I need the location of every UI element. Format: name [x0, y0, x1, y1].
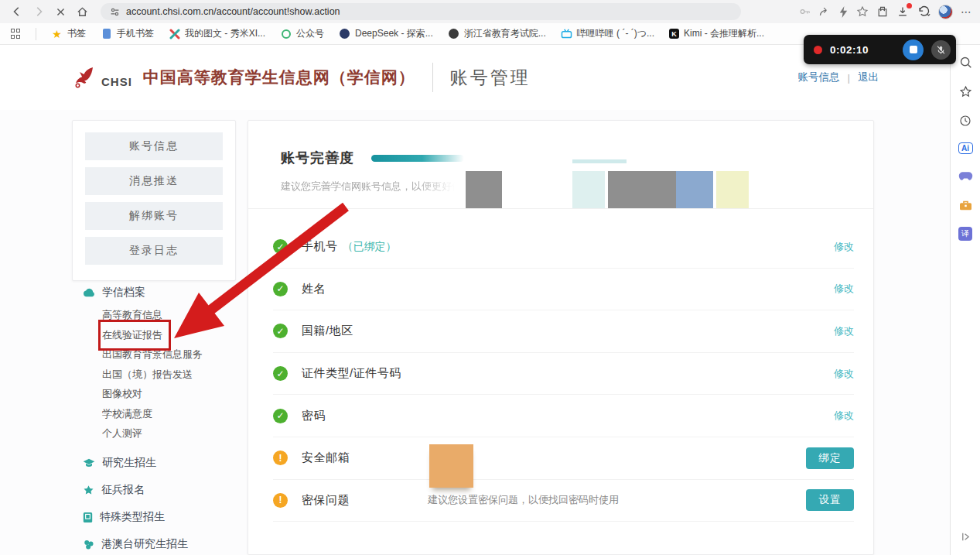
tree-section-special-admission[interactable]: 特殊类型招生	[83, 504, 241, 531]
address-bar[interactable]: account.chsi.com.cn/account/account!show…	[101, 3, 741, 20]
forward-button[interactable]	[29, 2, 48, 21]
redaction-block	[676, 171, 713, 208]
modify-link[interactable]: 修改	[834, 240, 854, 254]
sidebar-item-account-info[interactable]: 账号信息	[85, 132, 223, 160]
modify-link[interactable]: 修改	[834, 324, 854, 338]
bookmark-item[interactable]: 我的图文 - 秀米XI...	[169, 27, 265, 40]
search-icon[interactable]	[958, 54, 973, 70]
modify-link[interactable]: 修改	[834, 367, 854, 381]
mic-muted-button[interactable]	[931, 40, 951, 60]
sidebar-item-message-push[interactable]: 消息推送	[85, 167, 223, 195]
check-icon: ✓	[273, 282, 288, 296]
tree-section-label: 征兵报名	[101, 483, 145, 497]
translate-icon[interactable]: 译	[958, 227, 972, 241]
check-icon: ✓	[273, 366, 288, 381]
apps-grid-icon[interactable]	[9, 28, 21, 39]
favorites-star-icon[interactable]	[958, 84, 973, 99]
history-clock-icon[interactable]	[958, 113, 973, 128]
password-key-icon[interactable]	[798, 5, 811, 18]
url-text: account.chsi.com.cn/account/account!show…	[126, 6, 340, 17]
bilibili-favicon-icon	[561, 28, 572, 39]
row-label: 密保问题	[302, 493, 350, 508]
sidebar-item-unbind-account[interactable]: 解绑账号	[85, 202, 223, 230]
bookmark-item[interactable]: 哔哩哔哩 ( ´- ´)つ...	[561, 27, 654, 40]
clover-icon	[83, 539, 94, 550]
tree-section-label: 学信档案	[102, 286, 145, 300]
history-icon[interactable]	[917, 5, 930, 18]
tree-section-military-enlistment[interactable]: 征兵报名	[83, 477, 241, 504]
divider: |	[847, 72, 850, 84]
divider	[36, 28, 36, 40]
recording-timer: 0:02:10	[830, 44, 869, 56]
row-name: ✓ 姓名 修改	[273, 269, 854, 311]
toolbar-actions: ⋯	[798, 5, 972, 19]
tree-item-abroad-report-sending[interactable]: 出国（境）报告发送	[102, 365, 241, 385]
wechat-official-favicon-icon	[280, 28, 292, 39]
row-nationality: ✓ 国籍/地区 修改	[273, 310, 854, 353]
bookmark-item[interactable]: 公众号	[280, 27, 324, 40]
collections-icon[interactable]	[876, 5, 889, 18]
bookmark-label: 公众号	[296, 27, 324, 40]
stop-reload-button[interactable]	[51, 2, 70, 21]
tree-item-school-satisfaction[interactable]: 学校满意度	[102, 404, 241, 424]
ai-assistant-icon[interactable]: Ai	[958, 142, 973, 154]
bookmark-label: DeepSeek - 探索...	[355, 27, 433, 40]
header-links: 账号信息 | 退出	[797, 70, 879, 84]
modify-link[interactable]: 修改	[834, 409, 854, 423]
panel-expand-icon[interactable]	[961, 532, 971, 544]
tree-section-graduate-admission[interactable]: 研究生招生	[83, 450, 241, 477]
row-security-email: ! 安全邮箱 绑定	[273, 437, 854, 480]
tree-item-image-check[interactable]: 图像校对	[102, 384, 241, 404]
site-settings-icon[interactable]	[110, 7, 120, 17]
back-button[interactable]	[8, 2, 26, 21]
share-icon[interactable]	[818, 5, 831, 18]
more-menu-icon[interactable]: ⋯	[961, 5, 972, 18]
profile-avatar[interactable]	[938, 5, 953, 19]
row-label: 手机号	[302, 239, 338, 254]
modify-link[interactable]: 修改	[834, 282, 854, 296]
screen-recording-pill: 0:02:10	[804, 35, 956, 64]
redaction-block	[572, 171, 605, 208]
tree-section-hmt-graduate-admission[interactable]: 港澳台研究生招生	[83, 531, 241, 555]
favorite-star-icon[interactable]	[856, 5, 869, 18]
performance-flash-icon[interactable]	[838, 6, 849, 18]
row-mobile-number: ✓ 手机号 （已绑定） 修改	[273, 226, 854, 269]
tree-section-label: 特殊类型招生	[100, 510, 165, 524]
games-icon[interactable]	[958, 168, 973, 183]
bookmark-label: 我的图文 - 秀米XI...	[185, 27, 265, 40]
bookmark-item[interactable]: ★ 书签	[51, 27, 86, 40]
completeness-progress-bar	[371, 155, 464, 162]
bookmark-label: 哔哩哔哩 ( ´- ´)つ...	[577, 27, 654, 40]
check-icon: ✓	[273, 409, 288, 423]
setup-button[interactable]: 设置	[806, 489, 854, 511]
warning-icon: !	[273, 451, 288, 465]
bookmark-item[interactable]: 手机书签	[101, 27, 154, 40]
page-title: 账号管理	[450, 66, 531, 90]
redaction-block	[608, 171, 676, 208]
bookmark-item[interactable]: DeepSeek - 探索...	[339, 27, 433, 40]
bookmark-label: Kimi - 会推理解析...	[684, 27, 764, 40]
star-badge-icon	[83, 485, 94, 496]
recording-dot-icon	[814, 46, 822, 54]
stop-recording-button[interactable]	[903, 39, 924, 60]
tools-briefcase-icon[interactable]	[958, 197, 973, 213]
zjzs-favicon-icon	[448, 28, 459, 39]
bind-button[interactable]: 绑定	[806, 447, 854, 469]
redaction-block	[716, 171, 749, 208]
logout-link[interactable]: 退出	[858, 70, 879, 84]
row-description: 建议您设置密保问题，以便找回密码时使用	[428, 493, 619, 507]
completeness-title: 账号完善度	[281, 149, 354, 167]
tree-item-personal-assessment[interactable]: 个人测评	[102, 423, 241, 444]
account-info-link[interactable]: 账号信息	[797, 70, 839, 84]
tree-section-label: 港澳台研究生招生	[101, 537, 188, 551]
bookmark-item[interactable]: K Kimi - 会推理解析...	[669, 27, 764, 40]
sidebar-menu-card: 账号信息 消息推送 解绑账号 登录日志	[72, 120, 236, 281]
downloads-icon[interactable]	[896, 5, 909, 18]
kimi-favicon-icon: K	[669, 29, 679, 39]
bookmark-item[interactable]: 浙江省教育考试院...	[448, 27, 546, 40]
annotation-highlight-box	[98, 320, 171, 351]
home-button[interactable]	[73, 2, 91, 21]
tree-section-xuexin-archive[interactable]: 学信档案	[83, 283, 241, 302]
row-id-type-number: ✓ 证件类型/证件号码 修改	[273, 353, 854, 396]
sidebar-item-login-log[interactable]: 登录日志	[85, 237, 223, 265]
